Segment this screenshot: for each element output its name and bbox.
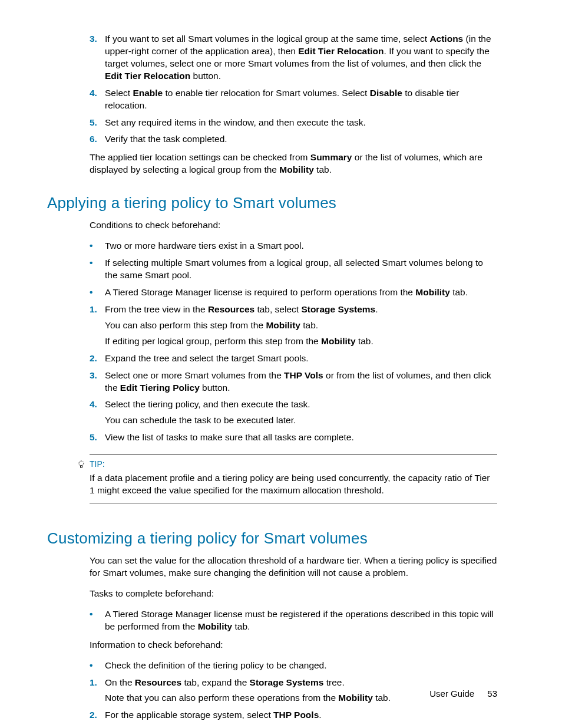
list-item-body: Verify that the task completed. [105, 133, 497, 146]
bold-text: Edit Tier Relocation [105, 71, 190, 81]
sec2-bullets1: A Tiered Storage Manager license must be… [90, 608, 497, 633]
text-run: tab, expand the [181, 677, 249, 687]
top-block: 3.If you want to set all Smart volumes i… [90, 33, 497, 176]
page-number: 53 [487, 689, 497, 699]
text-run: to enable tier relocation for Smart volu… [163, 88, 370, 98]
text-run: Check the definition of the tiering poli… [105, 660, 327, 670]
list-number: 2. [90, 353, 105, 365]
text-run: For the applicable storage system, selec… [105, 710, 273, 720]
list-item-body: Select Enable to enable tier relocation … [105, 87, 497, 112]
list-item: 3.If you want to set all Smart volumes i… [90, 33, 497, 83]
list-item: 4.Select the tiering policy, and then ex… [90, 398, 497, 427]
text-run: . [375, 304, 378, 314]
list-item: A Tiered Storage Manager license must be… [90, 608, 497, 633]
tip-header: TIP: [75, 459, 497, 470]
list-item: A Tiered Storage Manager license is requ… [90, 286, 497, 299]
text-run: View the list of tasks to make sure that… [105, 432, 354, 442]
list-item-sub: You can schedule the task to be executed… [105, 414, 497, 427]
bold-text: Resources [135, 677, 181, 687]
sec2-intro1: You can set the value for the allocation… [90, 555, 497, 579]
bold-text: Mobility [338, 693, 373, 703]
text-run: Verify that the task completed. [105, 134, 227, 144]
svg-point-0 [79, 461, 84, 466]
list-item-body: Select the tiering policy, and then exec… [105, 398, 497, 427]
list-item-body: A Tiered Storage Manager license is requ… [105, 286, 497, 299]
bold-text: Storage Systems [250, 677, 324, 687]
bold-text: Actions [429, 34, 463, 44]
text-run: tab. [314, 164, 332, 174]
text-run: tab, select [254, 304, 301, 314]
tip-label: TIP: [90, 459, 105, 470]
list-item-body: View the list of tasks to make sure that… [105, 431, 497, 444]
bold-text: Storage Systems [301, 304, 375, 314]
list-item-body: If selecting multiple Smart volumes from… [105, 257, 497, 282]
bold-text: Disable [370, 88, 402, 98]
list-item-body: If you want to set all Smart volumes in … [105, 33, 497, 83]
list-item-sub: If editing per logical group, perform th… [105, 335, 497, 348]
bold-text: Mobility [279, 164, 314, 174]
list-number: 4. [90, 398, 105, 427]
list-item: Two or more hardware tiers exist in a Sm… [90, 240, 497, 252]
list-item: 3.Select one or more Smart volumes from … [90, 370, 497, 394]
top-summary-paragraph: The applied tier location settings can b… [90, 151, 497, 176]
list-item-body: Select one or more Smart volumes from th… [105, 370, 497, 394]
text-run: If editing per logical group, perform th… [105, 336, 321, 346]
text-run: button. [200, 383, 230, 393]
text-run: Expand the tree and select the target Sm… [105, 353, 309, 363]
list-item-sub: You can also perform this step from the … [105, 319, 497, 332]
tip-box: TIP: If a data placement profile and a t… [90, 454, 497, 503]
bold-text: THP Vols [284, 370, 323, 380]
text-run: From the tree view in the [105, 304, 208, 314]
list-item-body: Check the definition of the tiering poli… [105, 660, 497, 672]
heading-customizing-tiering-policy: Customizing a tiering policy for Smart v… [47, 528, 497, 549]
text-run: tab. [232, 621, 250, 631]
list-item: 5.View the list of tasks to make sure th… [90, 431, 497, 444]
text-run: Select one or more Smart volumes from th… [105, 370, 284, 380]
list-number: 4. [90, 87, 105, 112]
bold-text: Mobility [198, 621, 233, 631]
bold-text: Enable [133, 88, 163, 98]
text-run: button. [190, 71, 221, 81]
list-number: 2. [90, 709, 105, 722]
text-run: Select the tiering policy, and then exec… [105, 399, 310, 409]
document-page: 3.If you want to set all Smart volumes i… [0, 0, 562, 728]
text-run: . [319, 710, 321, 720]
bold-text: Resources [208, 304, 254, 314]
text-run: Note that you can also perform these ope… [105, 693, 338, 703]
sec1-intro: Conditions to check beforehand: [90, 219, 497, 232]
heading-applying-tiering-policy: Applying a tiering policy to Smart volum… [47, 193, 497, 213]
text-run: tab. [450, 287, 468, 297]
tip-body: If a data placement profile and a tierin… [90, 472, 497, 497]
bold-text: Summary [310, 152, 352, 162]
bold-text: THP Pools [273, 710, 319, 720]
sec1-block: Conditions to check beforehand: Two or m… [90, 219, 497, 503]
text-run: A Tiered Storage Manager license must be… [105, 609, 494, 631]
list-item: 6.Verify that the task completed. [90, 133, 497, 146]
text-run: The applied tier location settings can b… [90, 152, 310, 162]
list-item-body: From the tree view in the Resources tab,… [105, 304, 497, 348]
svg-rect-1 [81, 466, 82, 467]
list-item: 2.For the applicable storage system, sel… [90, 709, 497, 722]
text-run: You can also perform this step from the [105, 320, 266, 330]
list-item-body: For the applicable storage system, selec… [105, 709, 497, 722]
text-run: You can schedule the task to be executed… [105, 415, 296, 425]
sec2-intro2: Tasks to complete beforehand: [90, 588, 497, 600]
bold-text: Mobility [321, 336, 356, 346]
bold-text: Edit Tier Relocation [298, 46, 384, 56]
page-footer: User Guide 53 [429, 688, 497, 700]
list-number: 1. [90, 677, 105, 705]
list-number: 5. [90, 431, 105, 444]
list-number: 6. [90, 133, 105, 146]
sec2-intro3: Information to check beforehand: [90, 639, 497, 651]
list-number: 1. [90, 304, 105, 348]
list-item-body: A Tiered Storage Manager license must be… [105, 608, 497, 633]
sec1-numbered-list: 1.From the tree view in the Resources ta… [90, 304, 497, 444]
list-item-body: Two or more hardware tiers exist in a Sm… [105, 240, 497, 252]
text-run: Select [105, 88, 133, 98]
text-run: tab. [300, 320, 318, 330]
footer-label: User Guide [429, 689, 474, 699]
text-run: tab. [373, 693, 391, 703]
bold-text: Edit Tiering Policy [120, 383, 200, 393]
text-run: tree. [323, 677, 344, 687]
bold-text: Mobility [415, 287, 450, 297]
